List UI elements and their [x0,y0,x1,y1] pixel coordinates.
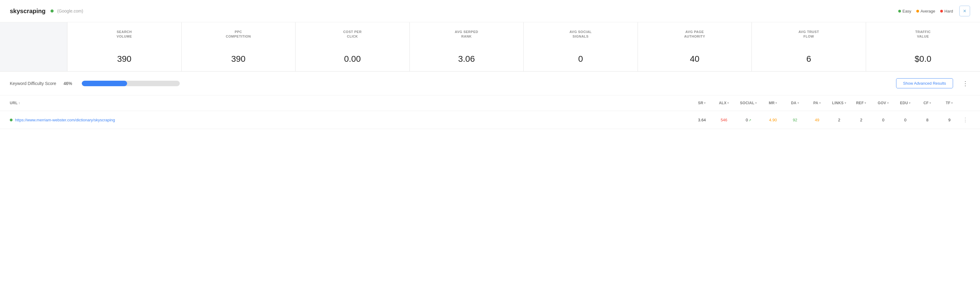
easy-label: Easy [902,9,912,13]
metric-cell-search_volume: SEARCHVOLUME 390 [67,22,181,71]
col-header-ref[interactable]: REF ▾ [850,101,872,105]
metric-label: AVG SOCIALSIGNALS [569,30,592,39]
difficulty-more-options-button[interactable]: ⋮ [960,79,970,88]
metrics-grid: SEARCHVOLUME 390PPCCOMPETITION 390COST P… [0,22,980,71]
cell-ref: 2 [850,118,872,122]
col-header-gov[interactable]: GOV ▾ [872,101,894,105]
metric-cell-ppc_competition: PPCCOMPETITION 390 [181,22,296,71]
col-header-alx[interactable]: ALX ▾ [713,101,735,105]
metric-value: 40 [690,54,700,64]
average-label: Average [921,9,935,13]
metric-label: AVG TRUSTFLOW [799,30,819,39]
metrics-empty-cell [0,22,67,71]
col-header-links[interactable]: Links ▾ [828,101,850,105]
average-dot [916,10,919,13]
col-pa-label: PA [813,101,818,105]
hard-label: Hard [945,9,953,13]
col-header-tf[interactable]: TF ▾ [939,101,960,105]
table-rows-container: https://www.merriam-webster.com/dictiona… [0,111,980,129]
difficulty-row: Keyword Difficulty Score 46% Show Advanc… [0,71,980,95]
metric-value: $0.0 [915,54,932,64]
da-chevron: ▾ [797,101,799,104]
metric-value: 0 [578,54,583,64]
keyword-title: skyscraping [10,8,46,15]
col-sr-label: SR [698,101,703,105]
header-left: skyscraping (Google.com) [10,8,83,15]
difficulty-percent: 46% [64,81,75,86]
col-links-label: Links [832,101,844,105]
cell-sr: 3.64 [691,118,713,122]
metric-label: TRAFFICVALUE [915,30,931,39]
cell-social: 0↗ [735,118,762,122]
header-bar: skyscraping (Google.com) Easy Average Ha… [0,0,980,22]
metric-value: 0.00 [344,54,361,64]
difficulty-progress-fill [82,81,127,86]
url-link[interactable]: https://www.merriam-webster.com/dictiona… [15,118,115,122]
difficulty-label: Keyword Difficulty Score [10,81,56,86]
gov-chevron: ▾ [887,101,889,104]
col-social-label: Social [740,101,754,105]
keyword-status-dot [51,9,54,13]
metric-cell-avg_page_authority: AVG PAGEAUTHORITY 40 [638,22,752,71]
metric-label: AVG PAGEAUTHORITY [684,30,705,39]
cell-gov: 0 [872,118,894,122]
social-chevron: ▾ [755,101,757,104]
col-alx-label: ALX [719,101,726,105]
col-da-label: DA [791,101,797,105]
cell-pa: 49 [806,118,828,122]
tf-chevron: ▾ [951,101,953,104]
legend-hard: Hard [940,9,953,13]
header-right: Easy Average Hard × [898,5,970,16]
col-cf-label: CF [924,101,929,105]
metric-cell-avg_serped_rank: AVG SERPEDRANK 3.06 [410,22,524,71]
col-mr-label: MR [769,101,775,105]
difficulty-progress-bar [82,81,180,86]
metric-cell-avg_social_signals: AVG SOCIALSIGNALS 0 [524,22,638,71]
cf-chevron: ▾ [929,101,931,104]
metric-value: 390 [231,54,246,64]
close-button[interactable]: × [959,5,970,16]
url-sort-arrow: ↑ [19,101,20,105]
metric-label: AVG SERPEDRANK [455,30,478,39]
show-advanced-button[interactable]: Show Advanced Results [896,78,953,89]
cell-edu: 0 [894,118,916,122]
col-header-edu[interactable]: EDU ▾ [894,101,916,105]
cell-mr: 4.90 [762,118,784,122]
sr-chevron: ▾ [704,101,706,104]
col-header-da[interactable]: DA ▾ [784,101,806,105]
metrics-section: SEARCHVOLUME 390PPCCOMPETITION 390COST P… [0,22,980,71]
hard-dot [940,10,943,13]
cell-cf: 8 [916,118,939,122]
ref-chevron: ▾ [865,101,866,104]
header-domain: (Google.com) [57,9,83,13]
table-row: https://www.merriam-webster.com/dictiona… [0,111,980,129]
metric-label: PPCCOMPETITION [226,30,251,39]
col-header-cf[interactable]: CF ▾ [916,101,939,105]
col-header-pa[interactable]: PA ▾ [806,101,828,105]
col-header-sr[interactable]: SR ▾ [691,101,713,105]
table-section: URL ↑ SR ▾ ALX ▾ Social ▾ MR ▾ DA ▾ PA ▾… [0,95,980,129]
cell-links: 2 [828,118,850,122]
metric-cell-traffic_value: TRAFFICVALUE $0.0 [866,22,980,71]
col-tf-label: TF [946,101,950,105]
mr-chevron: ▾ [775,101,777,104]
metric-value: 3.06 [458,54,475,64]
metric-label: SEARCHVOLUME [117,30,132,39]
url-status-dot [10,119,13,121]
legend-average: Average [916,9,935,13]
metric-value: 6 [807,54,811,64]
cell-url: https://www.merriam-webster.com/dictiona… [10,118,691,122]
alx-chevron: ▾ [727,101,729,104]
metric-cell-cost_per_click: COST PERCLICK 0.00 [296,22,410,71]
col-header-url[interactable]: URL ↑ [10,101,691,105]
col-ref-label: REF [856,101,864,105]
col-gov-label: GOV [878,101,886,105]
cell-tf: 9 [939,118,960,122]
col-header-social[interactable]: Social ▾ [735,101,762,105]
metric-value: 390 [117,54,131,64]
row-more-options-button[interactable]: ⋮ [962,116,969,124]
legend-easy: Easy [898,9,912,13]
metric-cell-avg_trust_flow: AVG TRUSTFLOW 6 [752,22,866,71]
col-header-mr[interactable]: MR ▾ [762,101,784,105]
row-actions: ⋮ [960,116,970,124]
